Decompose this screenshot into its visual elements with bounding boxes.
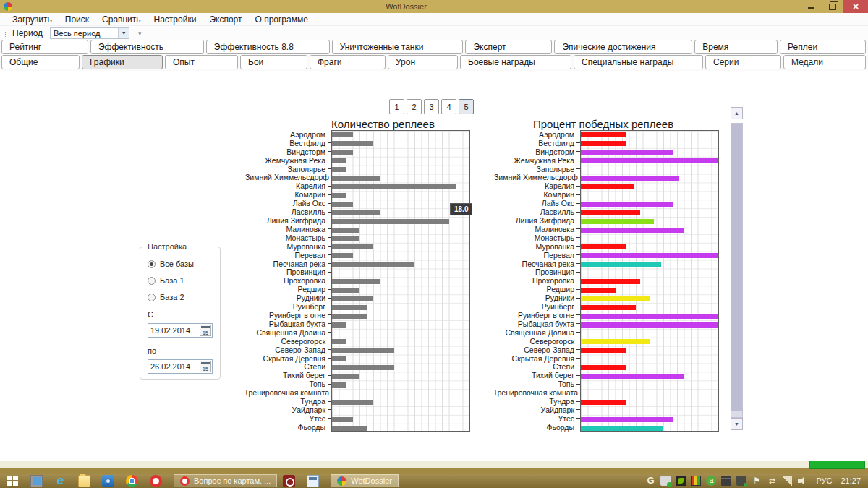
bar-Фьорды[interactable]	[581, 426, 663, 431]
power-red-icon[interactable]	[277, 475, 301, 487]
network-adapter-icon[interactable]	[736, 476, 746, 486]
bar-Перевал[interactable]	[581, 253, 718, 258]
pager-button-1[interactable]: 1	[389, 99, 404, 114]
tab-1[interactable]: Общие	[1, 55, 80, 69]
date-to-value[interactable]: 26.02.2014	[150, 362, 190, 371]
bar-Ласвилль[interactable]	[332, 210, 380, 215]
bar-Ласвилль[interactable]	[581, 210, 640, 215]
bar-Лайв Окс[interactable]	[332, 202, 353, 207]
radio-icon[interactable]	[148, 294, 156, 301]
bar-Карелия[interactable]	[332, 184, 456, 189]
radio-option-3[interactable]: База 2	[148, 293, 220, 301]
bar-Аэродром[interactable]	[581, 132, 626, 137]
bar-Руинберг в огне[interactable]	[581, 314, 718, 319]
bar-Заполярье[interactable]	[332, 167, 346, 172]
bar-Редшир[interactable]	[332, 288, 359, 293]
bar-Степи[interactable]	[332, 365, 394, 370]
toolbar-grip[interactable]	[4, 29, 7, 38]
bar-Жемчужная Река[interactable]	[581, 158, 718, 163]
bar-Перевал[interactable]	[332, 253, 353, 258]
bar-Руинберг[interactable]	[332, 305, 367, 310]
bar-Жемчужная Река[interactable]	[332, 158, 346, 163]
bar-Мурованка[interactable]	[581, 244, 626, 249]
language-indicator[interactable]: РУС	[816, 476, 832, 485]
bar-Топь[interactable]	[332, 382, 346, 388]
usb-plug-icon[interactable]: ⇄	[767, 476, 777, 486]
date-to-field[interactable]: 26.02.2014 15	[148, 359, 213, 374]
taskbar-button-app[interactable]: Вопрос по картам. ...	[174, 474, 277, 487]
menu-item-3[interactable]: Сравнить	[95, 13, 147, 25]
pager-button-3[interactable]: 3	[424, 99, 439, 114]
tab-2[interactable]: Графики	[82, 55, 163, 69]
tab-6[interactable]: Урон	[388, 55, 458, 69]
bar-Прохоровка[interactable]	[581, 279, 640, 284]
pager-button-4[interactable]: 4	[441, 99, 456, 114]
avast-icon[interactable]: a	[706, 476, 716, 486]
printer-status-icon[interactable]	[660, 476, 671, 486]
pager-button-2[interactable]: 2	[407, 99, 422, 114]
bar-Руинберг[interactable]	[581, 305, 636, 310]
bar-Зимний Химмельсдорф[interactable]	[332, 176, 380, 181]
bar-Фьорды[interactable]	[332, 426, 367, 431]
clock[interactable]: 21:27	[841, 476, 861, 485]
bar-Тихий берег[interactable]	[332, 374, 359, 379]
radio-icon[interactable]	[148, 260, 156, 268]
bar-Редшир[interactable]	[581, 288, 616, 293]
taskbar-button-active[interactable]: WotDossier	[331, 474, 399, 487]
scroll-up-icon[interactable]: ▲	[731, 107, 743, 119]
tab-8[interactable]: Специальные награды	[574, 55, 703, 69]
bar-Рудники[interactable]	[332, 296, 373, 301]
bar-Тундра[interactable]	[332, 400, 373, 405]
scrollbar-thumb[interactable]	[731, 124, 742, 411]
blue-app-icon[interactable]	[96, 475, 120, 487]
tab-5[interactable]: Эксперт	[465, 40, 552, 54]
tab-7[interactable]: Время	[694, 40, 778, 54]
radio-option-1[interactable]: Все базы	[148, 260, 220, 268]
tab-9[interactable]: Серии	[705, 55, 781, 69]
file-explorer-icon[interactable]	[72, 475, 96, 487]
tab-4[interactable]: Бои	[240, 55, 307, 69]
bar-Линия Зигфрида[interactable]	[581, 219, 654, 224]
bar-Мурованка[interactable]	[332, 244, 373, 249]
bar-Песчаная река[interactable]	[581, 262, 661, 267]
chevron-down-icon[interactable]: ▼	[118, 28, 129, 38]
tab-1[interactable]: Рейтинг	[1, 40, 88, 54]
tab-3[interactable]: Эффективность 8.8	[206, 40, 330, 54]
vertical-scrollbar[interactable]: ▲ ▼	[731, 107, 743, 434]
action-center-flag-icon[interactable]: ⚑	[752, 476, 762, 486]
bar-Скрытая Деревня[interactable]	[332, 356, 346, 361]
bar-Прохоровка[interactable]	[332, 279, 380, 284]
menu-item-4[interactable]: Настройки	[148, 13, 203, 25]
bar-Песчаная река[interactable]	[332, 262, 414, 267]
tab-7[interactable]: Боевые награды	[460, 55, 571, 69]
bar-Вестфилд[interactable]	[332, 141, 373, 146]
bar-Степи[interactable]	[581, 365, 626, 370]
bar-Рыбацкая бухта[interactable]	[332, 322, 346, 328]
bar-Рудники[interactable]	[581, 296, 650, 301]
menu-item-2[interactable]: Поиск	[59, 13, 95, 25]
bar-Малиновка[interactable]	[581, 228, 684, 233]
bar-Северо-Запад[interactable]	[581, 348, 626, 353]
bar-Карелия[interactable]	[581, 184, 634, 189]
usage-meter-icon[interactable]	[691, 476, 701, 486]
toolbar-overflow-icon[interactable]: ▾	[138, 30, 142, 37]
close-button[interactable]: ✕	[843, 0, 868, 13]
bar-Рыбацкая бухта[interactable]	[581, 322, 718, 328]
scrollbar-track[interactable]	[731, 123, 743, 418]
bar-Монастырь[interactable]	[332, 236, 359, 241]
nvidia-icon[interactable]	[676, 476, 686, 486]
tab-6[interactable]: Эпические достижения	[554, 40, 692, 54]
minimize-button[interactable]	[800, 0, 822, 13]
tab-10[interactable]: Медали	[783, 55, 866, 69]
bar-Виндсторм[interactable]	[581, 150, 673, 155]
bar-Зимний Химмельсдорф[interactable]	[581, 176, 679, 181]
restore-button[interactable]	[822, 0, 843, 13]
bar-Утес[interactable]	[581, 417, 673, 422]
bar-Вестфилд[interactable]	[581, 141, 626, 146]
bar-Виндсторм[interactable]	[332, 150, 353, 155]
tab-2[interactable]: Эффективность	[90, 40, 204, 54]
internet-explorer-icon[interactable]: e	[48, 475, 72, 487]
menu-item-6[interactable]: О программе	[248, 13, 314, 25]
start-button[interactable]	[0, 474, 25, 488]
calendar-icon[interactable]: 15	[200, 325, 211, 336]
